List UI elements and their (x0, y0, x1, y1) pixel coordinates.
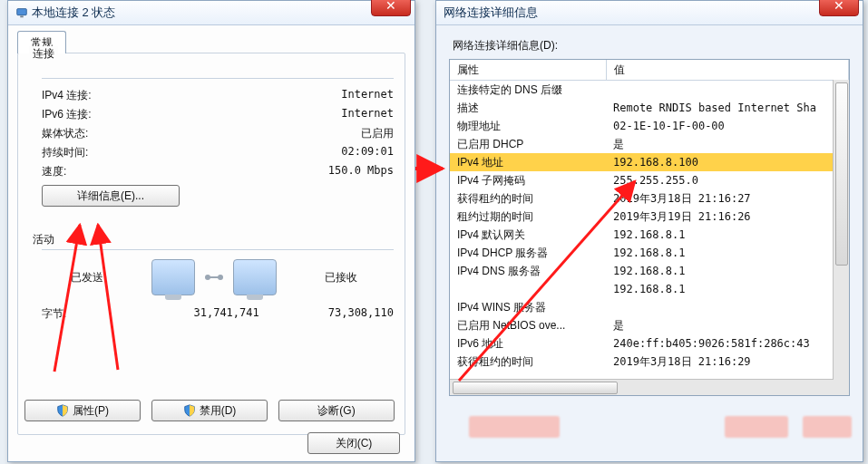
shield-icon (56, 404, 69, 417)
ipv6-conn-label: IPv6 连接: (42, 107, 92, 122)
cell-value: Remote RNDIS based Internet Sha (606, 101, 849, 115)
monitor-left-icon (151, 259, 195, 295)
ipv4-conn-label: IPv4 连接: (42, 88, 92, 103)
recv-label: 已接收 (296, 270, 386, 285)
status-window: 本地连接 2 状态 ✕ 常规 连接 IPv4 连接: Internet IPv6… (7, 0, 415, 462)
svg-rect-4 (208, 276, 220, 278)
table-row[interactable]: IPv4 WINS 服务器 (450, 298, 849, 316)
media-state-value: 已启用 (361, 126, 394, 141)
status-window-title: 本地连接 2 状态 (32, 5, 115, 21)
cell-property: 连接特定的 DNS 后缀 (450, 82, 606, 99)
cell-value: 2019年3月18日 21:16:27 (606, 190, 849, 208)
group-connection-title: 连接 (29, 46, 58, 62)
cell-value: 255.255.255.0 (606, 173, 849, 188)
details-window: 网络连接详细信息 ✕ 网络连接详细信息(D): 属性 值 连接特定的 DNS 后… (435, 0, 863, 462)
cell-property (450, 288, 606, 290)
table-row[interactable]: IPv4 地址192.168.8.100 (450, 153, 849, 171)
table-row[interactable]: IPv4 子网掩码255.255.255.0 (450, 171, 849, 189)
table-row[interactable]: 描述Remote RNDIS based Internet Sha (450, 99, 849, 117)
table-row[interactable]: 192.168.8.1 (450, 280, 849, 298)
activity-row: 已发送 已接收 (29, 257, 394, 299)
speed-label: 速度: (42, 164, 66, 179)
cell-value: 02-1E-10-1F-00-00 (606, 119, 849, 133)
status-window-titlebar[interactable]: 本地连接 2 状态 ✕ (8, 1, 414, 25)
table-row[interactable]: 连接特定的 DNS 后缀 (450, 81, 849, 99)
cell-value: 192.168.8.100 (606, 155, 849, 169)
duration-value: 02:09:01 (341, 145, 394, 160)
cell-property: IPv4 子网掩码 (450, 172, 606, 189)
cell-property: 已启用 DHCP (450, 136, 606, 153)
sent-label: 已发送 (42, 270, 132, 285)
speed-value: 150.0 Mbps (328, 164, 394, 179)
shield-icon (183, 404, 196, 417)
disable-button-label: 禁用(D) (200, 403, 237, 419)
cell-value (606, 306, 849, 308)
disable-button[interactable]: 禁用(D) (151, 400, 268, 421)
ipv4-conn-value: Internet (341, 88, 394, 103)
link-icon (202, 269, 226, 285)
cell-property: 租约过期的时间 (450, 208, 606, 226)
svg-rect-1 (20, 16, 24, 18)
close-icon[interactable]: ✕ (371, 0, 411, 16)
details-header-label: 网络连接详细信息(D): (453, 38, 850, 53)
svg-rect-0 (17, 9, 27, 15)
table-row[interactable]: 已启用 DHCP是 (450, 135, 849, 153)
cell-value: 2019年3月19日 21:16:26 (606, 208, 849, 226)
cell-property: IPv4 默认网关 (450, 227, 606, 244)
cell-property: 获得租约的时间 (450, 190, 606, 208)
diagnose-button-label: 诊断(G) (317, 403, 355, 419)
cell-property: 已启用 NetBIOS ove... (450, 317, 606, 334)
table-row[interactable]: 获得租约的时间2019年3月18日 21:16:29 (450, 353, 849, 371)
cell-property: IPv4 WINS 服务器 (450, 299, 606, 316)
close-button[interactable]: 关闭(C) (307, 432, 400, 454)
monitor-right-icon (233, 259, 277, 295)
details-window-titlebar[interactable]: 网络连接详细信息 ✕ (436, 1, 863, 25)
cell-property: 描述 (450, 100, 606, 117)
properties-button[interactable]: 属性(P) (24, 400, 141, 421)
bytes-sent: 31,741,741 (194, 306, 259, 322)
details-button[interactable]: 详细信息(E)... (42, 185, 180, 207)
table-row[interactable]: IPv6 地址240e:ff:b405:9026:581f:286c:43 (450, 334, 849, 353)
close-icon[interactable]: ✕ (819, 0, 859, 16)
cell-property: IPv6 地址 (450, 335, 606, 353)
cell-value: 192.168.8.1 (606, 246, 849, 260)
diagnose-button[interactable]: 诊断(G) (278, 400, 395, 421)
table-row[interactable]: 租约过期的时间2019年3月19日 21:16:26 (450, 208, 849, 226)
table-row[interactable]: 已启用 NetBIOS ove...是 (450, 316, 849, 334)
details-table-body: 连接特定的 DNS 后缀描述Remote RNDIS based Interne… (450, 81, 849, 378)
tab-strip: 常规 (8, 25, 414, 53)
table-row[interactable]: IPv4 DHCP 服务器192.168.8.1 (450, 244, 849, 262)
cell-value: 192.168.8.1 (606, 264, 849, 278)
col-property[interactable]: 属性 (450, 60, 607, 80)
ipv6-conn-value: Internet (341, 107, 394, 122)
properties-button-label: 属性(P) (73, 403, 109, 419)
bytes-recv: 73,308,110 (328, 306, 394, 322)
cell-value: 2019年3月18日 21:16:29 (606, 353, 849, 371)
vertical-scrollbar[interactable] (833, 80, 849, 395)
cell-property: IPv4 DNS 服务器 (450, 263, 606, 280)
duration-label: 持续时间: (42, 145, 88, 160)
details-table: 属性 值 连接特定的 DNS 后缀描述Remote RNDIS based In… (449, 59, 850, 396)
cell-value: 192.168.8.1 (606, 282, 849, 296)
cell-property: 物理地址 (450, 118, 606, 135)
cell-value: 192.168.8.1 (606, 227, 849, 242)
table-row[interactable]: 物理地址02-1E-10-1F-00-00 (450, 117, 849, 135)
cell-value: 是 (606, 317, 849, 334)
bytes-label: 字节: (42, 306, 66, 322)
table-row[interactable]: IPv4 DNS 服务器192.168.8.1 (450, 262, 849, 280)
cell-property: IPv4 DHCP 服务器 (450, 245, 606, 262)
group-activity-title: 活动 (29, 232, 58, 247)
cell-property: IPv4 地址 (450, 154, 606, 171)
col-value[interactable]: 值 (607, 60, 849, 80)
table-row[interactable]: 获得租约的时间2019年3月18日 21:16:27 (450, 189, 849, 208)
cell-value: 240e:ff:b405:9026:581f:286c:43 (606, 336, 849, 351)
network-icon (15, 6, 28, 19)
details-window-title: 网络连接详细信息 (444, 5, 538, 21)
cell-value: 是 (606, 136, 849, 153)
horizontal-scrollbar[interactable] (450, 379, 834, 395)
table-row[interactable]: IPv4 默认网关192.168.8.1 (450, 226, 849, 244)
media-state-label: 媒体状态: (42, 126, 88, 141)
general-panel: 连接 IPv4 连接: Internet IPv6 连接: Internet 媒… (17, 53, 405, 435)
cell-value (606, 89, 849, 91)
cell-property: 获得租约的时间 (450, 353, 606, 371)
